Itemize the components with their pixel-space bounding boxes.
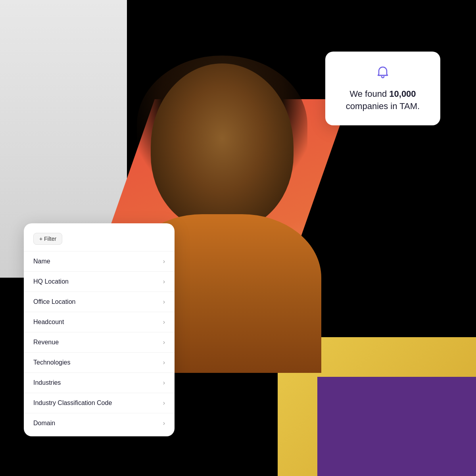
person-head: [151, 63, 294, 230]
filter-header: + Filter: [24, 233, 175, 251]
filter-item-label-1: HQ Location: [33, 278, 69, 285]
filter-item-chevron-3: ›: [163, 319, 165, 326]
filter-list: Name › HQ Location › Office Location › H…: [24, 251, 175, 433]
filter-item-chevron-1: ›: [163, 278, 165, 285]
filter-item-label-5: Technologies: [33, 359, 70, 366]
filter-item-chevron-8: ›: [163, 420, 165, 427]
filter-button-label: + Filter: [39, 236, 56, 242]
filter-item-label-6: Industries: [33, 379, 61, 386]
filter-item-chevron-6: ›: [163, 379, 165, 386]
filter-list-item[interactable]: Headcount ›: [24, 312, 175, 332]
filter-item-chevron-4: ›: [163, 339, 165, 346]
filter-list-item[interactable]: Industry Classification Code ›: [24, 393, 175, 413]
bell-icon: [375, 65, 391, 81]
filter-item-chevron-2: ›: [163, 298, 165, 305]
filter-item-chevron-0: ›: [163, 258, 165, 265]
notification-text: We found 10,000 companies in TAM.: [336, 88, 429, 113]
filter-panel: + Filter Name › HQ Location › Office Loc…: [24, 223, 175, 436]
filter-list-item[interactable]: Office Location ›: [24, 292, 175, 312]
filter-item-label-2: Office Location: [33, 298, 75, 305]
notification-card: We found 10,000 companies in TAM.: [325, 52, 440, 125]
notification-suffix: companies in TAM.: [346, 101, 420, 111]
filter-list-item[interactable]: Technologies ›: [24, 352, 175, 372]
notification-count: 10,000: [389, 89, 416, 99]
filter-item-label-4: Revenue: [33, 339, 59, 346]
filter-item-label-3: Headcount: [33, 319, 64, 326]
filter-list-item[interactable]: HQ Location ›: [24, 271, 175, 292]
filter-button[interactable]: + Filter: [33, 233, 62, 245]
filter-list-item[interactable]: Domain ›: [24, 413, 175, 433]
filter-list-item[interactable]: Industries ›: [24, 372, 175, 393]
filter-list-item[interactable]: Name ›: [24, 251, 175, 271]
filter-item-label-0: Name: [33, 258, 50, 265]
filter-item-chevron-7: ›: [163, 399, 165, 407]
notification-icon-container: [374, 64, 392, 82]
filter-item-chevron-5: ›: [163, 359, 165, 366]
filter-item-label-7: Industry Classification Code: [33, 399, 112, 407]
filter-list-item[interactable]: Revenue ›: [24, 332, 175, 352]
filter-item-label-8: Domain: [33, 420, 55, 427]
